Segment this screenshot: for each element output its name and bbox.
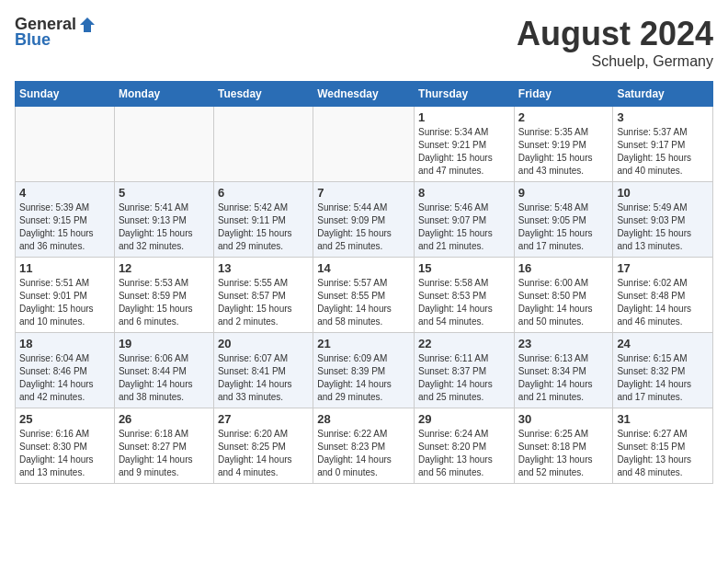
calendar-cell [16,107,115,182]
calendar-cell [114,107,213,182]
day-number: 29 [418,412,510,426]
day-number: 21 [317,337,410,350]
day-number: 9 [518,186,609,200]
calendar-cell: 5Sunrise: 5:41 AM Sunset: 9:13 PM Daylig… [114,182,213,258]
day-info: Sunrise: 5:58 AM Sunset: 8:53 PM Dayligh… [418,277,510,328]
weekday-header: Tuesday [213,82,313,107]
calendar-cell [313,107,415,182]
day-info: Sunrise: 5:55 AM Sunset: 8:57 PM Dayligh… [218,277,309,328]
day-info: Sunrise: 6:06 AM Sunset: 8:44 PM Dayligh… [119,352,210,404]
calendar-cell: 31Sunrise: 6:27 AM Sunset: 8:15 PM Dayli… [613,408,713,484]
day-info: Sunrise: 5:44 AM Sunset: 9:09 PM Dayligh… [317,201,410,253]
day-info: Sunrise: 5:35 AM Sunset: 9:19 PM Dayligh… [518,126,609,178]
day-number: 27 [218,412,309,426]
calendar-cell: 4Sunrise: 5:39 AM Sunset: 9:15 PM Daylig… [16,182,115,258]
day-number: 14 [317,261,410,275]
calendar-week-row: 1Sunrise: 5:34 AM Sunset: 9:21 PM Daylig… [16,107,713,182]
day-info: Sunrise: 5:49 AM Sunset: 9:03 PM Dayligh… [617,201,709,253]
calendar-cell: 25Sunrise: 6:16 AM Sunset: 8:30 PM Dayli… [16,408,115,484]
logo-icon [78,16,97,34]
day-number: 28 [317,412,410,426]
calendar-cell: 19Sunrise: 6:06 AM Sunset: 8:44 PM Dayli… [114,333,213,408]
weekday-header: Monday [114,82,213,107]
calendar-cell: 29Sunrise: 6:24 AM Sunset: 8:20 PM Dayli… [415,408,515,484]
calendar-cell: 11Sunrise: 5:51 AM Sunset: 9:01 PM Dayli… [16,258,115,333]
calendar-cell: 27Sunrise: 6:20 AM Sunset: 8:25 PM Dayli… [213,408,313,484]
calendar-cell: 2Sunrise: 5:35 AM Sunset: 9:19 PM Daylig… [514,107,613,182]
day-number: 12 [119,261,210,275]
page-header: General Blue August 2024 Schuelp, German… [15,15,713,70]
day-info: Sunrise: 5:37 AM Sunset: 9:17 PM Dayligh… [617,126,709,178]
weekday-header: Friday [514,82,613,107]
calendar-cell: 16Sunrise: 6:00 AM Sunset: 8:50 PM Dayli… [514,258,613,333]
weekday-header: Sunday [16,82,115,107]
day-info: Sunrise: 6:25 AM Sunset: 8:18 PM Dayligh… [518,428,609,479]
calendar-cell: 10Sunrise: 5:49 AM Sunset: 9:03 PM Dayli… [613,182,713,258]
calendar-cell: 9Sunrise: 5:48 AM Sunset: 9:05 PM Daylig… [514,182,613,258]
day-number: 7 [317,186,410,200]
title-block: August 2024 Schuelp, Germany [517,15,713,70]
day-number: 16 [518,261,609,275]
logo: General Blue [15,15,97,50]
day-info: Sunrise: 5:53 AM Sunset: 8:59 PM Dayligh… [119,277,210,328]
month-title: August 2024 [517,15,713,53]
day-info: Sunrise: 5:41 AM Sunset: 9:13 PM Dayligh… [119,201,210,253]
calendar-cell: 1Sunrise: 5:34 AM Sunset: 9:21 PM Daylig… [415,107,515,182]
location: Schuelp, Germany [517,53,713,70]
calendar-cell: 17Sunrise: 6:02 AM Sunset: 8:48 PM Dayli… [613,258,713,333]
day-info: Sunrise: 6:22 AM Sunset: 8:23 PM Dayligh… [317,428,410,479]
day-info: Sunrise: 5:39 AM Sunset: 9:15 PM Dayligh… [19,201,110,253]
day-number: 15 [418,261,510,275]
day-number: 31 [617,412,709,426]
weekday-header-row: SundayMondayTuesdayWednesdayThursdayFrid… [16,82,713,107]
calendar-cell: 3Sunrise: 5:37 AM Sunset: 9:17 PM Daylig… [613,107,713,182]
calendar-cell: 7Sunrise: 5:44 AM Sunset: 9:09 PM Daylig… [313,182,415,258]
day-number: 10 [617,186,709,200]
day-number: 25 [19,412,110,426]
calendar-week-row: 4Sunrise: 5:39 AM Sunset: 9:15 PM Daylig… [16,182,713,258]
day-number: 30 [518,412,609,426]
day-info: Sunrise: 5:48 AM Sunset: 9:05 PM Dayligh… [518,201,609,253]
day-number: 8 [418,186,510,200]
day-info: Sunrise: 5:57 AM Sunset: 8:55 PM Dayligh… [317,277,410,328]
day-info: Sunrise: 6:24 AM Sunset: 8:20 PM Dayligh… [418,428,510,479]
calendar-cell: 26Sunrise: 6:18 AM Sunset: 8:27 PM Dayli… [114,408,213,484]
calendar-week-row: 11Sunrise: 5:51 AM Sunset: 9:01 PM Dayli… [16,258,713,333]
day-number: 3 [617,110,709,124]
svg-marker-0 [80,17,95,32]
calendar-cell: 13Sunrise: 5:55 AM Sunset: 8:57 PM Dayli… [213,258,313,333]
calendar-cell [213,107,313,182]
day-info: Sunrise: 6:20 AM Sunset: 8:25 PM Dayligh… [218,428,309,479]
day-info: Sunrise: 6:02 AM Sunset: 8:48 PM Dayligh… [617,277,709,328]
day-info: Sunrise: 6:18 AM Sunset: 8:27 PM Dayligh… [119,428,210,479]
day-number: 4 [19,186,110,200]
calendar-cell: 21Sunrise: 6:09 AM Sunset: 8:39 PM Dayli… [313,333,415,408]
calendar-week-row: 25Sunrise: 6:16 AM Sunset: 8:30 PM Dayli… [16,408,713,484]
calendar-table: SundayMondayTuesdayWednesdayThursdayFrid… [15,81,713,484]
calendar-cell: 18Sunrise: 6:04 AM Sunset: 8:46 PM Dayli… [16,333,115,408]
calendar-cell: 12Sunrise: 5:53 AM Sunset: 8:59 PM Dayli… [114,258,213,333]
calendar-cell: 28Sunrise: 6:22 AM Sunset: 8:23 PM Dayli… [313,408,415,484]
day-info: Sunrise: 6:15 AM Sunset: 8:32 PM Dayligh… [617,352,709,404]
day-info: Sunrise: 5:42 AM Sunset: 9:11 PM Dayligh… [218,201,309,253]
day-number: 18 [19,337,110,350]
day-number: 19 [119,337,210,350]
day-number: 13 [218,261,309,275]
weekday-header: Thursday [415,82,515,107]
day-info: Sunrise: 6:16 AM Sunset: 8:30 PM Dayligh… [19,428,110,479]
calendar-cell: 20Sunrise: 6:07 AM Sunset: 8:41 PM Dayli… [213,333,313,408]
day-number: 22 [418,337,510,350]
calendar-cell: 24Sunrise: 6:15 AM Sunset: 8:32 PM Dayli… [613,333,713,408]
calendar-cell: 15Sunrise: 5:58 AM Sunset: 8:53 PM Dayli… [415,258,515,333]
day-number: 26 [119,412,210,426]
day-info: Sunrise: 6:07 AM Sunset: 8:41 PM Dayligh… [218,352,309,404]
day-number: 5 [119,186,210,200]
day-info: Sunrise: 5:46 AM Sunset: 9:07 PM Dayligh… [418,201,510,253]
logo-blue-text: Blue [15,30,51,50]
calendar-week-row: 18Sunrise: 6:04 AM Sunset: 8:46 PM Dayli… [16,333,713,408]
calendar-cell: 22Sunrise: 6:11 AM Sunset: 8:37 PM Dayli… [415,333,515,408]
calendar-cell: 23Sunrise: 6:13 AM Sunset: 8:34 PM Dayli… [514,333,613,408]
day-info: Sunrise: 5:34 AM Sunset: 9:21 PM Dayligh… [418,126,510,178]
calendar-cell: 14Sunrise: 5:57 AM Sunset: 8:55 PM Dayli… [313,258,415,333]
weekday-header: Wednesday [313,82,415,107]
